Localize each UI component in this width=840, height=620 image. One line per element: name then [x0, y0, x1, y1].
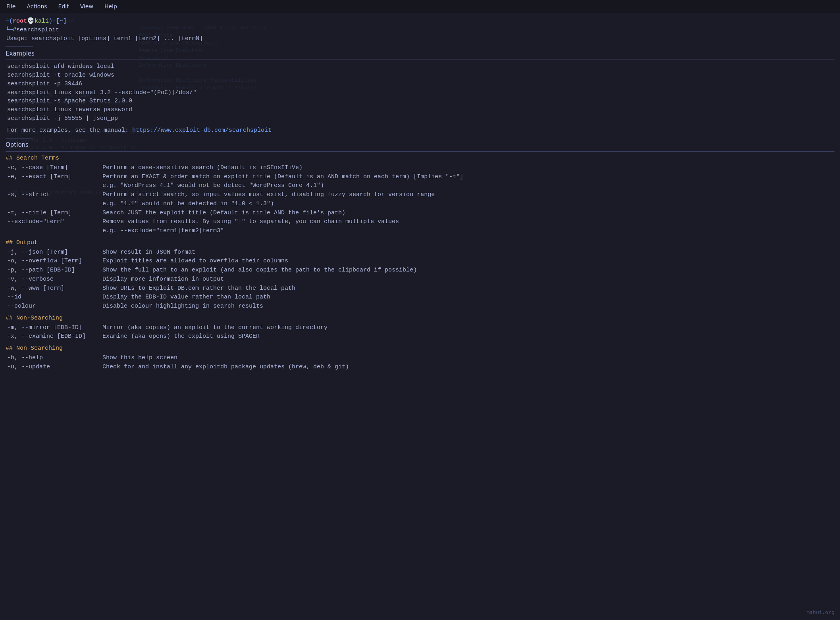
option-exclude: --exclude="term" Remove values from resu…: [7, 218, 834, 226]
option-path: -p, --path [EDB-ID] Show the full path t…: [7, 266, 834, 275]
option-flag-mirror: -m, --mirror [EDB-ID]: [7, 323, 102, 332]
option-desc-mirror: Mirror (aka copies) an exploit to the cu…: [102, 323, 834, 332]
manual-url: https://www.exploit-db.com/searchsploit: [132, 127, 272, 134]
option-flag-id: --id: [7, 293, 102, 302]
option-flag-colour: --colour: [7, 302, 102, 311]
option-exact: -e, --exact [Term] Perform an EXACT & or…: [7, 173, 834, 181]
example-cmd-7: searchsploit -j 55555 | json_pp: [7, 114, 834, 123]
prompt-line-1: ─ ( root 💀 kali ) -[ ~ ]: [6, 17, 834, 26]
prompt-open-paren: (: [9, 17, 13, 26]
option-desc-path: Show the full path to an exploit (and al…: [102, 266, 834, 275]
prompt-skull: 💀: [27, 17, 35, 26]
example-cmd-2: searchsploit -t oracle windows: [7, 71, 834, 80]
menu-actions[interactable]: Actions: [25, 2, 48, 11]
non-searching-2-title: ## Non-Searching: [6, 344, 834, 353]
option-flag-examine: -x, --examine [EDB-ID]: [7, 332, 102, 341]
example-cmd-5: searchsploit -s Apache Struts 2.0.0: [7, 97, 834, 106]
prompt-command: searchsploit: [16, 26, 59, 35]
menu-bar: File Actions Edit View Help: [0, 0, 840, 13]
option-strict-eg: e.g. "1.1" would not be detected in "1.0…: [7, 200, 834, 208]
option-help: -h, --help Show this help screen: [7, 354, 834, 362]
option-desc-exclude: Remove values from results. By using "|"…: [102, 218, 834, 226]
option-strict: -s, --strict Perform a strict search, so…: [7, 191, 834, 199]
option-exclude-eg: e.g. --exclude="term1|term2|term3": [7, 227, 834, 235]
prompt-bracket: -[: [52, 17, 60, 26]
option-desc-json: Show result in JSON format: [102, 248, 834, 257]
example-cmd-6: searchsploit linux reverse password: [7, 106, 834, 114]
option-flag-strict-eg: [7, 200, 102, 208]
option-desc-help: Show this help screen: [102, 354, 834, 362]
option-desc-title: Search JUST the exploit title (Default i…: [102, 209, 834, 218]
subsection-search-terms: ## Search Terms -c, --case [Term] Perfor…: [6, 154, 834, 235]
subsection-non-searching-1: ## Non-Searching -m, --mirror [EDB-ID] M…: [6, 314, 834, 341]
divider-2: [6, 138, 33, 139]
option-desc-exact-eg: e.g. "WordPress 4.1" would not be detect…: [102, 181, 834, 190]
examples-header: Examples: [6, 50, 834, 58]
option-examine: -x, --examine [EDB-ID] Examine (aka open…: [7, 332, 834, 341]
prompt-hash: #: [13, 26, 16, 35]
option-flag-path: -p, --path [EDB-ID]: [7, 266, 102, 275]
option-colour: --colour Disable colour highlighting in …: [7, 302, 834, 311]
options-header: Options: [6, 141, 834, 150]
option-desc-colour: Disable colour highlighting in search re…: [102, 302, 834, 311]
menu-view[interactable]: View: [79, 2, 95, 11]
option-www: -w, --www [Term] Show URLs to Exploit-DB…: [7, 284, 834, 293]
terminal-body: Remote Buffer Overflow (Windows 2000 SP4…: [0, 13, 840, 375]
option-desc-exclude-eg: e.g. --exclude="term1|term2|term3": [102, 227, 834, 235]
search-terms-title: ## Search Terms: [6, 154, 834, 163]
subsection-output: ## Output -j, --json [Term] Show result …: [6, 239, 834, 311]
option-desc-strict: Perform a strict search, so input values…: [102, 191, 834, 199]
option-flag-www: -w, --www [Term]: [7, 284, 102, 293]
option-title: -t, --title [Term] Search JUST the explo…: [7, 209, 834, 218]
option-flag-title: -t, --title [Term]: [7, 209, 102, 218]
option-flag-exclude: --exclude="term": [7, 218, 102, 226]
example-cmd-3: searchsploit -p 39446: [7, 80, 834, 89]
option-verbose: -v, --verbose Display more information i…: [7, 275, 834, 284]
watermark-bottom: mahui.org: [807, 609, 834, 617]
prompt-root: root: [13, 17, 27, 26]
option-desc-case: Perform a case-sensitive search (Default…: [102, 164, 834, 172]
manual-text: For more examples, see the manual:: [7, 127, 132, 134]
prompt-corner: └─: [6, 26, 13, 35]
option-desc-update: Check for and install any exploitdb pack…: [102, 363, 834, 372]
option-flag-strict: -s, --strict: [7, 191, 102, 199]
output-title: ## Output: [6, 239, 834, 247]
option-flag-update: -u, --update: [7, 363, 102, 372]
option-flag-verbose: -v, --verbose: [7, 275, 102, 284]
options-divider: [6, 151, 834, 152]
divider-1: [6, 46, 33, 47]
option-id: --id Display the EDB-ID value rather tha…: [7, 293, 834, 302]
manual-line: For more examples, see the manual: https…: [7, 126, 834, 135]
option-desc-www: Show URLs to Exploit-DB.com rather than …: [102, 284, 834, 293]
option-desc-exact: Perform an EXACT & order match on exploi…: [102, 173, 834, 181]
examples-section: Examples searchsploit afd windows local …: [6, 50, 834, 135]
usage-line: Usage: searchsploit [options] term1 [ter…: [6, 35, 834, 43]
option-update: -u, --update Check for and install any e…: [7, 363, 834, 372]
option-overflow: -o, --overflow [Term] Exploit titles are…: [7, 257, 834, 266]
example-cmd-4: searchsploit linux kernel 3.2 --exclude=…: [7, 89, 834, 97]
option-desc-examine: Examine (aka opens) the exploit using $P…: [102, 332, 834, 341]
prompt-line-2: └─ # searchsploit: [6, 26, 834, 35]
option-desc-overflow: Exploit titles are allowed to overflow t…: [102, 257, 834, 266]
example-cmd-1: searchsploit afd windows local: [7, 62, 834, 71]
menu-help[interactable]: Help: [103, 2, 119, 11]
option-flag-exclude-eg: [7, 227, 102, 235]
option-flag-overflow: -o, --overflow [Term]: [7, 257, 102, 266]
option-flag-exact: -e, --exact [Term]: [7, 173, 102, 181]
examples-divider: [6, 60, 834, 60]
prompt-dash: ─: [6, 17, 9, 26]
option-mirror: -m, --mirror [EDB-ID] Mirror (aka copies…: [7, 323, 834, 332]
menu-file[interactable]: File: [5, 2, 17, 11]
option-flag-exact-eg: [7, 181, 102, 190]
non-searching-1-title: ## Non-Searching: [6, 314, 834, 323]
prompt-tilde: ~: [60, 17, 63, 26]
option-flag-help: -h, --help: [7, 354, 102, 362]
option-desc-strict-eg: e.g. "1.1" would not be detected in "1.0…: [102, 200, 834, 208]
menu-edit[interactable]: Edit: [57, 2, 71, 11]
option-case: -c, --case [Term] Perform a case-sensiti…: [7, 164, 834, 172]
option-flag-json: -j, --json [Term]: [7, 248, 102, 257]
options-section: Options ## Search Terms -c, --case [Term…: [6, 141, 834, 371]
prompt-bracket-close: ]: [63, 17, 67, 26]
option-json: -j, --json [Term] Show result in JSON fo…: [7, 248, 834, 257]
subsection-non-searching-2: ## Non-Searching -h, --help Show this he…: [6, 344, 834, 371]
